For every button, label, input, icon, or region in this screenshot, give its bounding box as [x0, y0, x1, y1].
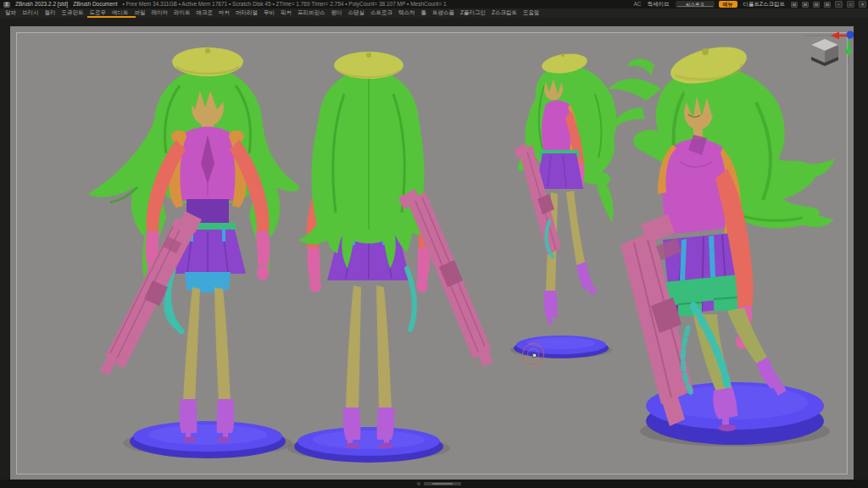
menu-item[interactable]: 라이트	[174, 9, 191, 17]
menu-item[interactable]: 마커	[219, 9, 230, 17]
app-title: ZBrush 2023.2.2 [std]	[15, 0, 68, 8]
menu-item[interactable]: Z스크립트	[492, 9, 517, 17]
tray-handle[interactable]	[424, 482, 461, 485]
head	[544, 77, 563, 100]
menu-item[interactable]: 레이어	[152, 9, 169, 17]
tablet-icon[interactable]	[791, 2, 798, 8]
menu-item[interactable]: 컬러	[45, 9, 56, 17]
model-view-three-quarter-large[interactable]	[609, 40, 834, 446]
see-through-slider[interactable]: 씨스루 0	[676, 1, 715, 8]
palette-icon[interactable]	[813, 2, 820, 8]
menu-item[interactable]: 렌더	[331, 9, 342, 17]
model-view-front[interactable]	[88, 47, 299, 458]
y-axis-arrow[interactable]	[845, 40, 853, 57]
legs	[346, 286, 392, 409]
title-bar: Z ZBrush 2023.2.2 [std] ZBrush Document …	[0, 0, 868, 8]
sculpt-scene[interactable]	[10, 26, 854, 480]
menu-item[interactable]: 스트로크	[370, 9, 392, 17]
torso	[170, 127, 247, 208]
display-base	[130, 421, 286, 458]
menu-item[interactable]: 매크로	[197, 9, 214, 17]
minimize-button[interactable]: –	[835, 1, 843, 8]
menu-item[interactable]: 브러시	[22, 9, 39, 17]
document-name: ZBrush Document	[73, 0, 117, 8]
menu-item[interactable]: Z플러그인	[460, 9, 486, 17]
menu-item[interactable]: 파일	[135, 9, 146, 17]
beret	[172, 47, 243, 76]
menus-toggle-button[interactable]: 메뉴	[719, 1, 737, 8]
display-base	[514, 336, 609, 358]
tray-dot	[417, 482, 420, 485]
quicksave-button[interactable]: 퀵세이브	[646, 0, 671, 8]
title-bar-right: AC 퀵세이브 씨스루 0 메뉴 디폴트Z스크립트 – □ ✕	[633, 0, 866, 8]
model-view-back[interactable]	[287, 52, 493, 463]
menu-item[interactable]: 스텐실	[348, 9, 365, 17]
default-zscript-button[interactable]: 디폴트Z스크립트	[742, 0, 787, 8]
camera-cube-icon[interactable]	[811, 39, 838, 66]
legs	[183, 287, 231, 402]
menu-item[interactable]: 알파	[5, 9, 16, 17]
doc-icon[interactable]	[824, 2, 831, 8]
menu-item[interactable]: 무비	[264, 9, 275, 17]
menu-item[interactable]: 머터리얼	[236, 9, 258, 17]
model-view-three-quarter-small[interactable]	[510, 51, 616, 358]
display-base	[294, 427, 443, 463]
menu-item[interactable]: 도움말	[523, 9, 540, 17]
hair	[298, 70, 434, 269]
close-button[interactable]: ✕	[859, 1, 866, 8]
zbrush-app: { "title_bar": { "logo_glyph": "Z", "app…	[0, 0, 868, 488]
menu-item[interactable]: 텍스처	[398, 9, 415, 17]
document-canvas[interactable]	[10, 26, 854, 480]
menu-item[interactable]: 도큐먼트	[62, 9, 84, 17]
memory-stats: • Free Mem 34.311GB • Active Mem 17671 •…	[123, 0, 447, 8]
menu-item[interactable]: 픽커	[281, 9, 292, 17]
z-axis-sphere[interactable]	[847, 31, 854, 39]
menu-item[interactable]: 트랜스폼	[432, 9, 454, 17]
zbrush-logo-icon: Z	[3, 2, 10, 8]
menu-item[interactable]: 툴	[421, 9, 427, 17]
maximize-button[interactable]: □	[847, 1, 854, 8]
bottom-tray-bar	[0, 480, 868, 488]
beret	[334, 52, 403, 79]
camera-nav-widget[interactable]	[805, 30, 854, 66]
gear-icon[interactable]	[802, 2, 809, 8]
menu-item[interactable]: 프리퍼런스	[298, 9, 326, 17]
ac-indicator: AC	[633, 0, 641, 8]
active-menu-underline	[87, 16, 136, 18]
